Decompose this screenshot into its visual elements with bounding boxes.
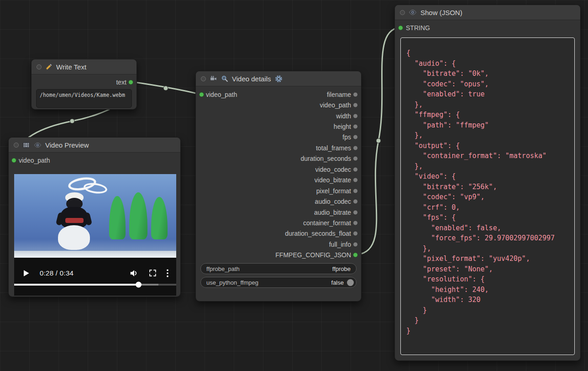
movie-camera-icon [210,75,217,83]
widget-label: ffprobe_path [206,265,332,272]
eye-icon [34,141,42,149]
output-port[interactable] [353,113,358,118]
output-port[interactable] [353,167,358,172]
output-label: container_format [303,219,351,227]
output-label: filename [327,91,351,98]
output-label: video_path [320,101,351,109]
output-port[interactable] [353,156,358,161]
output-row: height [196,121,361,132]
output-row: video_bitrate [196,175,361,186]
output-port[interactable] [353,253,358,258]
output-row: duration_seconds [196,154,361,164]
output-label: height [334,123,351,130]
input-row-string: STRING [395,22,580,34]
tree-shape [109,196,126,239]
output-port[interactable] [353,231,358,236]
video-progress-bar[interactable] [14,284,176,286]
video-details-widgets: ffprobe_path ffprobe use_python_ffmpeg f… [196,263,361,288]
output-label: duration_seconds [300,155,351,162]
link-midpoint-dot [376,138,381,143]
output-row: duration_seconds_float [196,228,361,239]
pencil-icon [45,63,52,70]
gear-icon [275,75,283,83]
film-icon [22,141,30,149]
output-port[interactable] [353,178,358,183]
json-content: { "audio": { "bitrate": "0k", "codec": "… [401,38,574,346]
fullscreen-icon[interactable] [148,269,157,277]
node-title: Video Preview [45,141,89,149]
output-port[interactable] [353,188,358,193]
output-port-text[interactable] [128,80,133,85]
text-input-widget[interactable]: /home/umen/Videos/Kame.webm [36,89,132,108]
collapse-dot[interactable] [37,64,42,69]
output-row: width [196,111,361,121]
output-port[interactable] [353,220,358,225]
output-label: text [116,79,126,86]
node-show-json[interactable]: Show (JSON) STRING { "audio": { "bitrate… [394,5,581,361]
node-graph-canvas[interactable]: Write Text text /home/umen/Videos/Kame.w… [0,0,588,371]
output-row: full_info [196,239,361,249]
output-row: audio_codec [196,196,361,207]
video-details-io: video_path filename video_path width hei… [196,86,361,260]
play-button[interactable] [21,269,31,278]
collapse-dot[interactable] [201,76,206,81]
output-label: FFMPEG_CONFIG_JSON [275,251,351,259]
tree-shape [151,197,168,239]
time-display: 0:28 / 0:34 [40,269,74,277]
node-video-details[interactable]: Video details video_path filename video_… [195,71,362,302]
output-port[interactable] [353,92,358,97]
video-controls: 0:28 / 0:34 [14,258,176,296]
output-label: fps [342,133,351,141]
output-row: video_codec [196,164,361,175]
output-row: FFMPEG_CONFIG_JSON [196,250,361,260]
volume-icon[interactable] [129,268,139,278]
output-row: container_format [196,217,361,228]
eye-icon [409,8,417,16]
video-frame-image [14,174,176,258]
output-port[interactable] [353,103,358,108]
input-port-string[interactable] [398,26,403,31]
node-write-text[interactable]: Write Text text /home/umen/Videos/Kame.w… [31,59,137,110]
output-port[interactable] [353,242,358,247]
show-json-title-bar[interactable]: Show (JSON) [395,5,580,20]
json-output-textarea[interactable]: { "audio": { "bitrate": "0k", "codec": "… [400,37,575,355]
output-port[interactable] [353,199,358,204]
progress-fill [14,284,139,286]
widget-value: false [331,279,344,286]
widget-value: ffprobe [332,265,351,272]
video-preview-title-bar[interactable]: Video Preview [9,138,180,153]
output-port[interactable] [353,210,358,215]
write-text-title-bar[interactable]: Write Text [31,59,136,74]
output-port[interactable] [353,135,358,140]
output-port[interactable] [353,124,358,129]
node-title: Write Text [56,63,86,71]
output-label: video_codec [315,166,351,173]
collapse-dot[interactable] [400,10,405,15]
output-port[interactable] [353,145,358,150]
output-row: pixel_format [196,186,361,196]
output-label: audio_bitrate [314,209,351,216]
input-label: video_path [19,157,50,164]
collapse-dot[interactable] [14,143,19,148]
input-row-video-path: video_path [9,155,180,166]
ffprobe-path-widget[interactable]: ffprobe_path ffprobe [200,263,357,274]
input-port-video-path[interactable] [11,158,16,163]
toggle-knob[interactable] [347,279,354,286]
character-shape [58,225,90,250]
text-value: /home/umen/Videos/Kame.webm [40,92,125,98]
output-row-text: text [31,77,136,88]
character-shape [65,218,84,223]
more-options-icon[interactable] [166,269,169,278]
video-player[interactable]: 0:28 / 0:34 [14,174,176,296]
video-details-title-bar[interactable]: Video details [196,71,361,86]
link-midpoint-dot [163,86,168,90]
input-label: STRING [406,24,430,32]
use-python-ffmpeg-toggle[interactable]: use_python_ffmpeg false [200,277,357,288]
tree-shape [129,192,147,239]
output-row: filename [196,89,361,100]
progress-knob[interactable] [136,281,142,287]
widget-label: use_python_ffmpeg [206,279,331,286]
node-title: Video details [232,75,271,83]
output-row: audio_bitrate [196,207,361,217]
node-video-preview[interactable]: Video Preview video_path [8,137,181,297]
